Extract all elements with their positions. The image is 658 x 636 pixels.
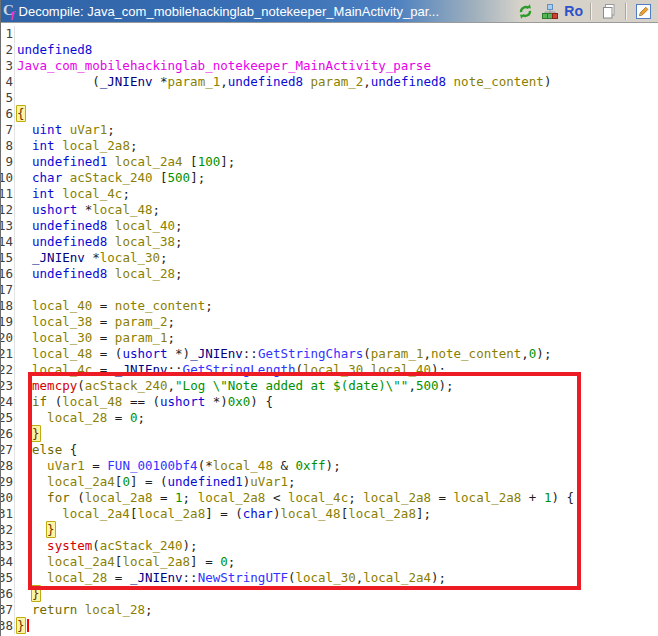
code-line[interactable]: 22 local_4c = _JNIEnv::GetStringLength(l… bbox=[1, 362, 658, 378]
code-token: undefined8 bbox=[32, 266, 107, 281]
code-line[interactable]: 14 undefined8 local_38; bbox=[1, 234, 658, 250]
code-token bbox=[17, 186, 32, 201]
code-token: local_40 bbox=[32, 298, 92, 313]
line-number: 18 bbox=[1, 298, 15, 314]
code-text: local_2a4[0] = (undefined1)uVar1; bbox=[17, 474, 658, 490]
code-token: local_2a4 bbox=[62, 506, 130, 521]
code-line[interactable]: 2undefined8 bbox=[1, 42, 658, 58]
graph-ast-button[interactable] bbox=[540, 2, 559, 21]
code-line[interactable]: 17 bbox=[1, 282, 658, 298]
code-line[interactable]: 12 ushort *local_48; bbox=[1, 202, 658, 218]
code-token bbox=[17, 474, 47, 489]
code-token: ( bbox=[77, 378, 85, 393]
line-number: 3 bbox=[1, 58, 15, 74]
code-line[interactable]: 7 uint uVar1; bbox=[1, 122, 658, 138]
code-token: local_30 bbox=[100, 250, 160, 265]
code-line[interactable]: 13 undefined8 local_40; bbox=[1, 218, 658, 234]
re-decompile-button[interactable] bbox=[516, 2, 535, 21]
code-token: ); bbox=[431, 362, 446, 377]
ro-button[interactable]: Ro bbox=[564, 2, 583, 21]
edit-button[interactable] bbox=[634, 2, 653, 21]
copy-button[interactable] bbox=[599, 2, 618, 21]
code-line[interactable]: 20 local_30 = param_1; bbox=[1, 330, 658, 346]
matched-brace: } bbox=[31, 425, 41, 442]
code-line[interactable]: 4 (_JNIEnv *param_1,undefined8 param_2,u… bbox=[1, 74, 658, 90]
code-line[interactable]: 16 undefined8 local_28; bbox=[1, 266, 658, 282]
code-token: local_48 bbox=[213, 458, 273, 473]
code-line[interactable]: 30 for (local_2a8 = 1; local_2a8 < local… bbox=[1, 490, 658, 506]
code-line[interactable]: 21 local_48 = (ushort *)_JNIEnv::GetStri… bbox=[1, 346, 658, 362]
code-token: local_2a8 bbox=[122, 554, 190, 569]
code-token: local_48 bbox=[92, 202, 152, 217]
code-line[interactable]: 19 local_38 = param_2; bbox=[1, 314, 658, 330]
code-token: local_2a8 bbox=[198, 490, 266, 505]
line-number: 10 bbox=[1, 170, 15, 186]
code-token: , bbox=[363, 362, 371, 377]
decompile-titlebar[interactable]: Cf Decompile: Java_com_mobilehackinglab_… bbox=[1, 0, 658, 23]
code-token: local_40 bbox=[371, 362, 431, 377]
code-line[interactable]: 15 _JNIEnv *local_30; bbox=[1, 250, 658, 266]
code-line[interactable]: 11 int local_4c; bbox=[1, 186, 658, 202]
code-token: uVar1 bbox=[70, 122, 108, 137]
code-line[interactable]: 28 uVar1 = FUN_00100bf4(*local_48 & 0xff… bbox=[1, 458, 658, 474]
code-line[interactable]: 8 int local_2a8; bbox=[1, 138, 658, 154]
code-line[interactable]: 23 memcpy(acStack_240,"Log \"Note added … bbox=[1, 378, 658, 394]
code-token bbox=[17, 378, 32, 393]
code-token bbox=[17, 410, 47, 425]
code-text: _JNIEnv *local_30; bbox=[17, 250, 658, 266]
code-token bbox=[62, 170, 70, 185]
code-line[interactable]: 24 if (local_48 == (ushort *)0x0) { bbox=[1, 394, 658, 410]
line-number: 28 bbox=[1, 458, 15, 474]
code-line[interactable]: 34 local_2a4[local_2a8] = 0; bbox=[1, 554, 658, 570]
code-line[interactable]: 26 } bbox=[1, 426, 658, 442]
code-token bbox=[17, 458, 47, 473]
line-number: 11 bbox=[1, 186, 15, 202]
decompiler-cf-icon: Cf bbox=[3, 2, 15, 20]
code-line[interactable]: 31 local_2a4[local_2a8] = (char)local_48… bbox=[1, 506, 658, 522]
decompiler-code-panel[interactable]: 12undefined83Java_com_mobilehackinglab_n… bbox=[1, 23, 658, 636]
copy-icon bbox=[601, 3, 617, 19]
code-token: local_4c bbox=[32, 362, 92, 377]
code-line[interactable]: 37 return local_28; bbox=[1, 602, 658, 618]
matched-brace: } bbox=[31, 585, 41, 602]
code-token: local_48 bbox=[32, 346, 92, 361]
code-line[interactable]: 18 local_40 = note_content; bbox=[1, 298, 658, 314]
code-line[interactable]: 9 undefined1 local_2a4 [100]; bbox=[1, 154, 658, 170]
line-number: 23 bbox=[1, 378, 15, 394]
code-line[interactable]: 10 char acStack_240 [500]; bbox=[1, 170, 658, 186]
code-token: local_40 bbox=[115, 218, 175, 233]
code-line[interactable]: 1 bbox=[1, 26, 658, 42]
code-token: ; bbox=[107, 122, 115, 137]
line-number: 16 bbox=[1, 266, 15, 282]
code-line[interactable]: 3Java_com_mobilehackinglab_notekeeper_Ma… bbox=[1, 58, 658, 74]
text-cursor bbox=[27, 619, 29, 632]
code-line[interactable]: 32 } bbox=[1, 522, 658, 538]
code-line[interactable]: 35 local_28 = _JNIEnv::NewStringUTF(loca… bbox=[1, 570, 658, 586]
code-line[interactable]: 38} bbox=[1, 618, 658, 634]
code-text: system(acStack_240); bbox=[17, 538, 658, 554]
code-line[interactable]: 25 local_28 = 0; bbox=[1, 410, 658, 426]
code-token: ; bbox=[288, 474, 296, 489]
line-number: 33 bbox=[1, 538, 15, 554]
code-line[interactable]: 5 bbox=[1, 90, 658, 106]
code-token: :: bbox=[243, 346, 258, 361]
code-line[interactable]: 36 } bbox=[1, 586, 658, 602]
code-text: undefined8 bbox=[17, 42, 658, 58]
code-token bbox=[107, 234, 115, 249]
code-text: } bbox=[17, 618, 658, 634]
code-token: ; bbox=[168, 330, 176, 345]
code-token: acStack_240 bbox=[100, 538, 183, 553]
code-text: memcpy(acStack_240,"Log \"Note added at … bbox=[17, 378, 658, 394]
code-token: param_1 bbox=[115, 330, 168, 345]
code-token: = bbox=[92, 298, 115, 313]
code-token bbox=[303, 74, 311, 89]
code-token: = bbox=[92, 330, 115, 345]
code-token: param_2 bbox=[115, 314, 168, 329]
code-token: ]; bbox=[220, 154, 235, 169]
code-token: local_30 bbox=[303, 362, 363, 377]
code-line[interactable]: 33 system(acStack_240); bbox=[1, 538, 658, 554]
code-token: + bbox=[521, 490, 544, 505]
code-line[interactable]: 27 else { bbox=[1, 442, 658, 458]
code-line[interactable]: 29 local_2a4[0] = (undefined1)uVar1; bbox=[1, 474, 658, 490]
code-line[interactable]: 6{ bbox=[1, 106, 658, 122]
